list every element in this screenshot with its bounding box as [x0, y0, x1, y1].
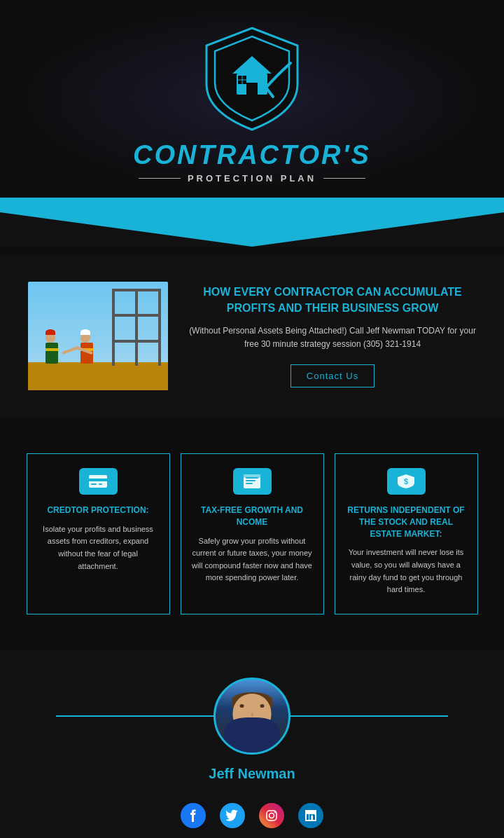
chevron-shape: [0, 198, 504, 247]
feature-title-creditor: CREDTOR PROTECTION:: [47, 504, 148, 516]
avatar-eye-right: [260, 704, 265, 708]
svg-rect-9: [99, 483, 102, 485]
brand-title: CONTRACTOR'S: [133, 140, 371, 170]
twitter-icon[interactable]: [220, 803, 245, 828]
svg-point-18: [274, 811, 276, 813]
svg-text:$: $: [404, 477, 408, 486]
worker-1: [46, 333, 58, 364]
contact-us-button[interactable]: Contact Us: [290, 364, 374, 387]
svg-rect-7: [89, 479, 107, 481]
creditor-icon-wrapper: [79, 468, 118, 495]
svg-rect-12: [246, 480, 255, 481]
svg-rect-14: [244, 474, 260, 478]
linkedin-icon[interactable]: [298, 803, 323, 828]
avatar-eye-left: [240, 704, 244, 708]
hero-image: [28, 282, 168, 390]
chevron-banner: [0, 198, 504, 247]
avatar: [214, 678, 290, 755]
profile-line-wrapper: [14, 678, 490, 755]
taxfree-icon-wrapper: [233, 468, 272, 495]
brand-line-right: [323, 178, 365, 179]
feature-desc-creditor: Isolate your profits and business assets…: [38, 523, 159, 572]
brand-subtitle-wrapper: PROTECTION PLAN: [139, 173, 365, 184]
features-section: CREDTOR PROTECTION: Isolate your profits…: [0, 418, 504, 650]
hero-title: HOW EVERY CONTRACTOR CAN ACCUMULATE PROF…: [189, 284, 476, 316]
instagram-icon[interactable]: [259, 803, 284, 828]
brand-subtitle: PROTECTION PLAN: [188, 173, 316, 184]
svg-rect-8: [91, 483, 97, 485]
feature-title-returns: RETURNS INDEPENDENT OF THE STOCK AND REA…: [346, 504, 467, 540]
svg-rect-13: [246, 483, 253, 484]
feature-desc-returns: Your investment will never lose its valu…: [346, 547, 467, 596]
feature-desc-taxfree: Safely grow your profits without current…: [192, 535, 313, 584]
dollar-shield-icon: $: [396, 474, 416, 489]
feature-card-returns: $ RETURNS INDEPENDENT OF THE STOCK AND R…: [335, 453, 478, 614]
hero-content: HOW EVERY CONTRACTOR CAN ACCUMULATE PROF…: [189, 284, 476, 387]
profile-name: Jeff Newman: [209, 766, 295, 782]
facebook-icon[interactable]: [181, 803, 206, 828]
feature-card-taxfree: TAX-FREE GROWTH AND NCOME Safely grow yo…: [181, 453, 324, 614]
credit-card-icon: [88, 474, 108, 489]
tax-card-icon: [242, 474, 262, 489]
hero-subtitle: (Without Personal Assets Being Attached!…: [189, 324, 476, 351]
returns-icon-wrapper: $: [387, 468, 426, 495]
svg-point-17: [270, 813, 274, 818]
feature-title-taxfree: TAX-FREE GROWTH AND NCOME: [192, 504, 313, 528]
feature-card-creditor: CREDTOR PROTECTION: Isolate your profits…: [27, 453, 170, 614]
brand-line-left: [139, 178, 181, 179]
header-section: CONTRACTOR'S PROTECTION PLAN: [0, 0, 504, 198]
profile-section: Jeff Newman: [0, 650, 504, 838]
svg-rect-2: [246, 83, 258, 95]
steel-structure: [112, 289, 161, 366]
avatar-nose: [251, 713, 253, 717]
hero-section: HOW EVERY CONTRACTOR CAN ACCUMULATE PROF…: [0, 254, 504, 418]
avatar-torso: [224, 717, 280, 753]
logo-icon: [196, 21, 308, 133]
social-icons: [181, 803, 323, 828]
